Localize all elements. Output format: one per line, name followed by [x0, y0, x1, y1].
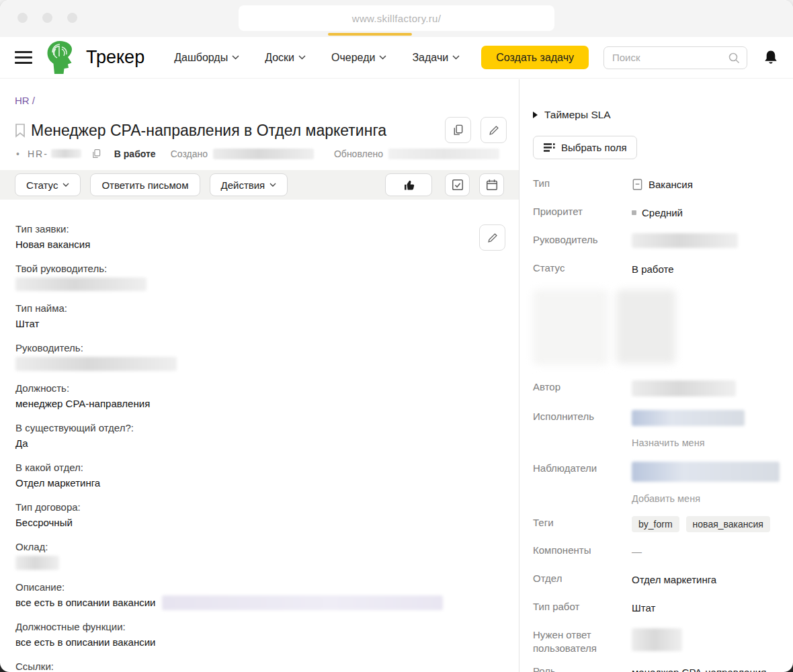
like-button[interactable]	[385, 173, 432, 196]
add-me-link[interactable]: Добавить меня	[632, 493, 780, 504]
field-settings-icon	[543, 142, 555, 153]
redacted-block	[616, 290, 675, 364]
row-label: Нужен ответ пользователя	[533, 628, 632, 655]
redacted-value	[15, 357, 177, 371]
row-manager: Руководитель	[533, 233, 780, 248]
row-label: Исполнитель	[533, 410, 632, 448]
thumbs-up-icon	[403, 179, 415, 192]
pencil-icon	[487, 232, 499, 244]
title-row: Менеджер CPA-направления в Отдел маркети…	[13, 117, 507, 143]
nav-dashboards[interactable]: Дашборды	[174, 52, 239, 64]
redacted-value	[15, 278, 147, 291]
tag-chip[interactable]: by_form	[632, 516, 679, 532]
redacted-block	[533, 290, 608, 365]
redacted-value	[15, 556, 59, 570]
created-label: Создано	[171, 149, 208, 159]
field-label: Оклад:	[15, 540, 478, 554]
role-value[interactable]: менеджер CPA-направления	[632, 665, 766, 672]
reply-by-mail-button[interactable]: Ответить письмом	[90, 173, 200, 196]
choose-fields-label: Выбрать поля	[561, 142, 627, 153]
sla-timers-label: Таймеры SLA	[544, 109, 611, 121]
field-label: Твой руководитель:	[15, 261, 478, 276]
app-title: Трекер	[86, 47, 144, 68]
field-value: Да	[15, 435, 478, 452]
row-status: Статус В работе	[533, 261, 780, 276]
checklist-button[interactable]	[445, 173, 470, 196]
issue-pane: HR / Менеджер CPA-направления в Отдел ма…	[0, 79, 519, 672]
create-task-button[interactable]: Создать задачу	[481, 46, 589, 69]
notifications-bell-icon[interactable]	[763, 50, 778, 66]
field-description: Описание: все есть в описании вакансии	[15, 580, 478, 611]
window-controls[interactable]	[17, 13, 77, 23]
field-label: Должностные функции:	[15, 620, 478, 634]
chevron-down-icon	[379, 55, 386, 60]
type-value[interactable]: Вакансия	[632, 177, 693, 192]
field-manager: Руководитель:	[15, 341, 478, 372]
nav-boards[interactable]: Доски	[265, 52, 306, 64]
chevron-down-icon	[298, 55, 306, 60]
field-position: Должность: менеджер CPA-направления	[15, 381, 478, 412]
copy-title-button[interactable]	[445, 117, 471, 143]
field-label: В какой отдел:	[15, 460, 478, 475]
row-label: Руководитель	[533, 233, 632, 248]
field-label: Тип заявки:	[15, 222, 478, 237]
main-nav: Дашборды Доски Очереди Задачи	[174, 52, 460, 64]
sla-timers-toggle[interactable]: Таймеры SLA	[533, 109, 780, 121]
menu-icon[interactable]	[15, 51, 32, 64]
redacted-updated-date	[388, 149, 499, 159]
row-author: Автор	[533, 380, 780, 396]
app-window: www.skillfactory.ru/ Трекер Дашборды Дос…	[0, 0, 793, 672]
chevron-down-icon	[62, 183, 69, 187]
redacted-issue-number	[51, 149, 81, 158]
copy-link-icon[interactable]	[91, 148, 102, 159]
nav-queues[interactable]: Очереди	[331, 52, 386, 64]
page-title: Менеджер CPA-направления в Отдел маркети…	[31, 121, 435, 140]
row-label: Компоненты	[533, 544, 632, 558]
assign-me-link[interactable]: Назначить меня	[632, 437, 780, 448]
chevron-down-icon	[232, 55, 239, 60]
updated-label: Обновлено	[334, 149, 383, 159]
redacted-created-date	[213, 149, 314, 159]
tracker-logo-icon[interactable]	[43, 39, 78, 77]
choose-fields-button[interactable]: Выбрать поля	[533, 136, 637, 159]
tag-chip[interactable]: новая_вакансия	[686, 516, 770, 532]
search-icon	[728, 52, 740, 64]
edit-title-button[interactable]	[481, 117, 507, 143]
row-label: Отдел	[533, 572, 632, 587]
priority-value[interactable]: Средний	[632, 205, 683, 220]
row-priority: Приоритет Средний	[533, 205, 780, 220]
search-input[interactable]	[611, 51, 728, 64]
field-value: менеджер CPA-направления	[15, 396, 478, 412]
nav-label: Доски	[265, 52, 294, 64]
breadcrumb[interactable]: HR /	[15, 95, 35, 106]
components-value[interactable]: —	[632, 544, 642, 558]
status-dropdown-button[interactable]: Статус	[15, 173, 81, 196]
redacted-value	[162, 595, 443, 610]
main-area: HR / Менеджер CPA-направления в Отдел ма…	[0, 79, 793, 672]
row-components: Компоненты —	[533, 544, 780, 558]
calendar-button[interactable]	[479, 173, 504, 196]
actions-dropdown-button[interactable]: Действия	[210, 173, 288, 196]
status-value[interactable]: В работе	[632, 261, 674, 276]
field-label: Ссылки:	[15, 659, 478, 672]
status-badge: В работе	[114, 149, 156, 159]
row-role: Роль менеджер CPA-направления	[533, 665, 780, 672]
search-box[interactable]	[603, 46, 747, 69]
field-value: Новая вакансия	[15, 237, 478, 253]
edit-description-button[interactable]	[479, 224, 505, 251]
priority-medium-icon	[632, 210, 636, 215]
department-value[interactable]: Отдел маркетинга	[632, 572, 716, 587]
row-label: Тип работ	[533, 600, 632, 615]
actions-label: Действия	[221, 179, 265, 191]
pencil-icon	[488, 124, 500, 136]
work-type-value[interactable]: Штат	[632, 600, 655, 615]
bookmark-icon[interactable]	[13, 122, 27, 138]
nav-issues[interactable]: Задачи	[412, 52, 460, 64]
nav-label: Дашборды	[174, 52, 228, 64]
row-assignee: Исполнитель Назначить меня	[533, 410, 780, 448]
window-control-dot[interactable]	[17, 13, 28, 23]
window-control-dot[interactable]	[42, 13, 52, 23]
issue-sidebar: Таймеры SLA Выбрать поля Тип Вакансия	[519, 79, 793, 672]
window-control-dot[interactable]	[67, 13, 77, 23]
address-bar[interactable]: www.skillfactory.ru/	[239, 5, 554, 31]
